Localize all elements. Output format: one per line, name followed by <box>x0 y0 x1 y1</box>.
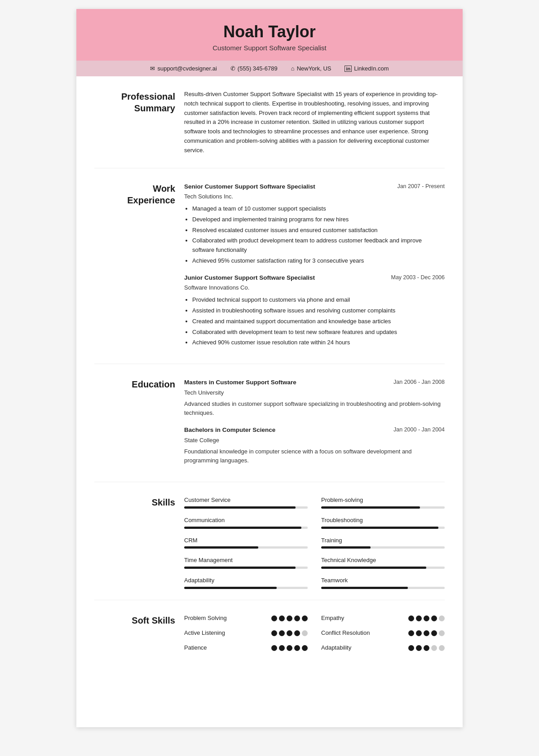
job-bullets-1: Managed a team of 10 customer support sp… <box>184 204 445 266</box>
skill-bar <box>184 567 308 569</box>
job-dates-1: Jan 2007 - Present <box>397 182 445 191</box>
summary-content: Results-driven Customer Support Software… <box>184 90 445 159</box>
candidate-title: Customer Support Software Specialist <box>85 44 454 52</box>
section-label-work: WorkExperience <box>94 182 175 355</box>
soft-skill-name: Conflict Resolution <box>321 629 370 638</box>
skill-item: Communication <box>184 516 308 529</box>
skill-bar <box>184 587 308 589</box>
work-content: Senior Customer Support Software Special… <box>184 182 445 355</box>
soft-skill-dots <box>271 645 308 651</box>
filled-dot <box>279 615 285 621</box>
skill-item: Adaptability <box>184 576 308 589</box>
section-label-soft-skills: Soft Skills <box>94 614 175 652</box>
filled-dot <box>279 630 285 636</box>
skill-item: Technical Knowledge <box>321 556 445 569</box>
soft-skill-name: Empathy <box>321 614 344 623</box>
header-contact: ✉ support@cvdesigner.ai ✆ (555) 345-6789… <box>76 61 463 76</box>
filled-dot <box>287 645 292 651</box>
soft-skill-dots <box>271 615 308 621</box>
skill-bar <box>321 567 445 569</box>
skill-name: Technical Knowledge <box>321 556 445 565</box>
skill-name: Communication <box>184 516 308 525</box>
section-label-education: Education <box>94 378 175 473</box>
soft-skill-item: Empathy <box>321 614 445 623</box>
skill-name: Troubleshooting <box>321 516 445 525</box>
edu-dates-2: Jan 2000 - Jan 2004 <box>393 425 445 434</box>
section-soft-skills: Soft Skills Problem Solving Empathy Acti… <box>94 614 445 661</box>
soft-skill-dots <box>408 645 445 651</box>
filled-dot <box>271 630 277 636</box>
bullet-item: Managed a team of 10 customer support sp… <box>192 204 445 214</box>
filled-dot <box>408 630 414 636</box>
section-professional-summary: ProfessionalSummary Results-driven Custo… <box>94 90 445 168</box>
linkedin-icon: in <box>345 66 352 72</box>
bullet-item: Developed and implemented training progr… <box>192 215 445 224</box>
skill-name: CRM <box>184 536 308 545</box>
skill-fill <box>321 527 438 529</box>
bullet-item: Created and maintained support documenta… <box>192 317 445 326</box>
bullet-item: Achieved 90% customer issue resolution r… <box>192 338 445 347</box>
soft-skills-content: Problem Solving Empathy Active Listening… <box>184 614 445 652</box>
skill-fill <box>184 587 277 589</box>
phone-icon: ✆ <box>230 65 235 72</box>
soft-skill-dots <box>271 630 308 636</box>
contact-location: ⌂ NewYork, US <box>291 65 331 72</box>
section-work-experience: WorkExperience Senior Customer Support S… <box>94 182 445 365</box>
skill-fill <box>184 527 301 529</box>
filled-dot <box>416 630 422 636</box>
filled-dot <box>294 645 300 651</box>
skill-item: CRM <box>184 536 308 549</box>
empty-dot <box>302 630 308 636</box>
filled-dot <box>302 645 308 651</box>
location-icon: ⌂ <box>291 65 295 72</box>
skill-fill <box>184 506 296 509</box>
job-company-1: Tech Solutions Inc. <box>184 192 445 202</box>
filled-dot <box>424 615 429 621</box>
soft-skill-name: Adaptability <box>321 643 351 653</box>
job-bullets-2: Provided technical support to customers … <box>184 295 445 347</box>
bullet-item: Collaborated with development team to te… <box>192 328 445 337</box>
soft-skill-item: Patience <box>184 643 308 653</box>
skill-bar <box>321 546 445 549</box>
soft-skills-grid: Problem Solving Empathy Active Listening… <box>184 614 445 652</box>
skill-name: Customer Service <box>184 496 308 505</box>
edu-header-1: Masters in Customer Support Software Jan… <box>184 378 445 387</box>
empty-dot <box>439 645 445 651</box>
soft-skill-item: Active Listening <box>184 629 308 638</box>
edu-desc-2: Foundational knowledge in computer scien… <box>184 447 445 466</box>
skill-fill <box>184 567 296 569</box>
soft-skill-dots <box>408 630 445 636</box>
job-header-2: Junior Customer Support Software Special… <box>184 273 445 283</box>
bullet-item: Provided technical support to customers … <box>192 295 445 305</box>
section-education: Education Masters in Customer Support So… <box>94 378 445 482</box>
filled-dot <box>424 630 429 636</box>
soft-skill-name: Active Listening <box>184 629 225 638</box>
filled-dot <box>287 630 292 636</box>
skill-bar <box>184 527 308 529</box>
edu-degree-1: Masters in Customer Support Software <box>184 378 296 387</box>
soft-skill-item: Conflict Resolution <box>321 629 445 638</box>
filled-dot <box>408 645 414 651</box>
filled-dot <box>431 615 437 621</box>
soft-skill-item: Adaptability <box>321 643 445 653</box>
header-top: Noah Taylor Customer Support Software Sp… <box>76 9 463 61</box>
filled-dot <box>416 645 422 651</box>
soft-skill-dots <box>408 615 445 621</box>
skill-item: Teamwork <box>321 576 445 589</box>
bullet-item: Collaborated with product development te… <box>192 236 445 255</box>
edu-header-2: Bachelors in Computer Science Jan 2000 -… <box>184 425 445 435</box>
skill-name: Training <box>321 536 445 545</box>
email-icon: ✉ <box>150 65 155 72</box>
skill-name: Time Management <box>184 556 308 565</box>
job-title-1: Senior Customer Support Software Special… <box>184 182 315 192</box>
empty-dot <box>439 630 445 636</box>
skill-bar <box>321 587 445 589</box>
skill-fill <box>321 546 371 549</box>
soft-skill-name: Problem Solving <box>184 614 227 623</box>
filled-dot <box>279 645 285 651</box>
skill-fill <box>321 506 420 509</box>
edu-school-1: Tech University <box>184 388 445 398</box>
empty-dot <box>431 645 437 651</box>
skill-item: Time Management <box>184 556 308 569</box>
education-content: Masters in Customer Support Software Jan… <box>184 378 445 473</box>
